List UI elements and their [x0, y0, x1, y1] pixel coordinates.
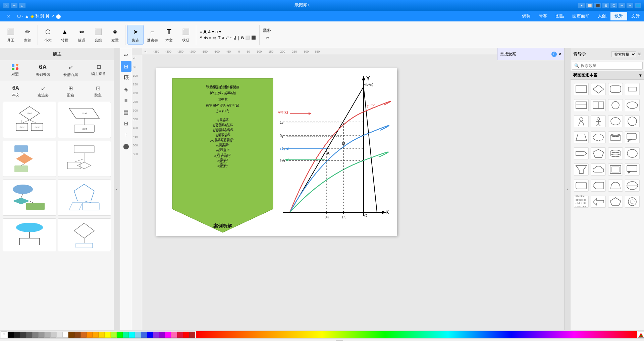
flow-template-8[interactable] [58, 218, 111, 251]
win-btn-4[interactable]: ⊞ [602, 3, 609, 8]
right-search-input[interactable] [581, 63, 640, 68]
toolbar-text[interactable]: T 本文 [161, 25, 177, 44]
tab-shapes[interactable]: 对盟 [1, 62, 29, 79]
color-red3[interactable] [189, 332, 195, 338]
shape-text[interactable]: 6A 本文 [3, 84, 29, 99]
canvas-area[interactable]: -4 -350 -300 -250 -200 -150 -100 -50 0 5… [132, 48, 564, 330]
rs-rect[interactable] [574, 83, 589, 95]
color-white[interactable] [62, 332, 68, 338]
right-panel-select[interactable]: 搜索数量 [611, 51, 636, 57]
collapse-left-button[interactable]: ‹ [114, 48, 120, 330]
flowchart-template-2[interactable]: ↓tεxt ↓tεxt [58, 102, 111, 138]
color-yellow2[interactable] [105, 332, 111, 338]
rs-pentagon[interactable] [591, 147, 606, 159]
color-brown1[interactable] [68, 332, 74, 338]
color-blue2[interactable] [147, 332, 153, 338]
flow-template-7[interactable] [3, 218, 56, 251]
toolbar-select[interactable]: ➤ 齿迹 [127, 25, 144, 45]
rs-circle[interactable] [608, 99, 623, 111]
rs-arrow-rect[interactable] [574, 147, 589, 159]
rs-circle2[interactable] [625, 115, 640, 127]
color-gray1[interactable] [32, 332, 38, 338]
color-brown2[interactable] [74, 332, 80, 338]
menu-zaisheng[interactable]: 载升 [610, 12, 627, 20]
flow-template-5[interactable] [3, 180, 56, 216]
rs-oval2[interactable] [625, 147, 640, 159]
toolbar-group[interactable]: ⬜ 合组 [90, 25, 106, 44]
color-cyan1[interactable] [129, 332, 135, 338]
toolbar-fit[interactable]: ⇔ 放适 [73, 25, 90, 44]
rs-callout[interactable] [625, 163, 640, 176]
side-grid[interactable]: ⊞ [121, 118, 131, 129]
color-dark1[interactable] [14, 332, 20, 338]
flow-template-6[interactable] [58, 180, 111, 216]
tab-arrows[interactable]: ↙ 长箭白黑 [57, 62, 85, 79]
rs-diamond[interactable] [591, 83, 606, 95]
flow-template-4[interactable] [58, 141, 111, 177]
rs-oval[interactable] [608, 115, 623, 127]
menu-yinshi[interactable]: 面市面印 [568, 12, 594, 20]
color-lime1[interactable] [111, 332, 117, 338]
side-data[interactable]: ≡ [121, 95, 131, 106]
font-size-dropdown[interactable]: ▾ [219, 29, 221, 34]
rs-r7-4[interactable] [625, 180, 640, 192]
color-skyblue[interactable] [135, 332, 141, 338]
side-undo[interactable]: ↩ [121, 50, 131, 60]
search-close[interactable]: ✕ [558, 52, 561, 57]
win-btn-1[interactable]: ▾ [578, 3, 585, 8]
rs-speech[interactable] [625, 131, 640, 143]
rs-text-block[interactable]: title title dI title dI ct dnt title chi… [574, 196, 589, 208]
color-green1[interactable] [117, 332, 123, 338]
rs-r7-2[interactable] [591, 180, 606, 192]
toolbar-arrange[interactable]: ▲ 转排 [57, 25, 73, 44]
shape-template-mini[interactable]: ⊡ 魏主 [85, 84, 111, 99]
menu-wensheng[interactable]: 文升 [627, 12, 644, 20]
color-none[interactable]: × [1, 331, 7, 338]
rs-cloud[interactable] [591, 163, 606, 176]
color-red1[interactable] [177, 332, 183, 338]
toolbar-shape[interactable]: ⬜ 状研 [178, 25, 194, 44]
menu-haoling[interactable]: 号苓 [535, 12, 551, 20]
flowchart-template-1[interactable]: ↓tεxt ↓tεxt ↓tεxt [3, 102, 56, 138]
maximize-button[interactable]: □ [19, 3, 25, 8]
color-dark2[interactable] [20, 332, 26, 338]
color-dark3[interactable] [26, 332, 32, 338]
color-purple2[interactable] [159, 332, 165, 338]
menu-tutu[interactable]: 图贴 [551, 12, 568, 20]
win-btn-5[interactable]: ⬡ [610, 3, 617, 8]
font-dropdown[interactable]: ▾ [212, 29, 214, 34]
right-section-expand[interactable]: ▾ [639, 73, 641, 78]
win-btn-8[interactable]: 🌐 [635, 3, 641, 8]
toolbar-edit[interactable]: ✏ 左转 [19, 25, 36, 44]
right-panel-collapse[interactable]: ✕ [638, 52, 641, 57]
rs-funnel[interactable] [574, 163, 589, 176]
rs-figure[interactable] [591, 115, 606, 127]
color-gray3[interactable] [44, 332, 50, 338]
canvas-content[interactable]: 察觉变动的理论模型： ΔV = y2 - y1(1, k) 其中： Δy = V… [142, 55, 564, 330]
shape-connector[interactable]: ↙ 逃逃去 [30, 84, 56, 99]
color-gray2[interactable] [38, 332, 44, 338]
color-orange1[interactable] [80, 332, 87, 338]
rs-rect3[interactable] [608, 163, 623, 176]
side-arrows[interactable]: ↕ [121, 129, 131, 140]
color-custom[interactable] [638, 332, 644, 338]
side-table[interactable]: ▤ [121, 107, 131, 117]
rs-cylinder[interactable] [608, 131, 623, 143]
rs-r7-3[interactable] [608, 180, 623, 192]
tb-scissors[interactable]: ✂ [263, 34, 272, 42]
menu-renshu[interactable]: 人触 [594, 12, 610, 20]
menu-ouch[interactable]: 偶称 [518, 12, 535, 20]
close-button[interactable]: ✕ [3, 3, 9, 8]
flow-template-3[interactable] [3, 141, 56, 177]
tab-templates[interactable]: ⊡ 魏主寄鲁 [85, 62, 112, 79]
rs-rect2[interactable] [574, 99, 589, 111]
shape-table[interactable]: ⊞ 图箱 [58, 84, 84, 99]
rs-blob[interactable] [591, 131, 606, 143]
color-blue1[interactable] [141, 332, 147, 338]
rs-ellipse[interactable] [625, 99, 640, 111]
rs-person[interactable] [574, 115, 589, 127]
rs-round-rect[interactable] [608, 83, 623, 95]
color-black[interactable] [8, 332, 14, 338]
side-layers[interactable]: ◈ [121, 84, 131, 94]
side-templates[interactable]: ⊞ [121, 61, 131, 72]
